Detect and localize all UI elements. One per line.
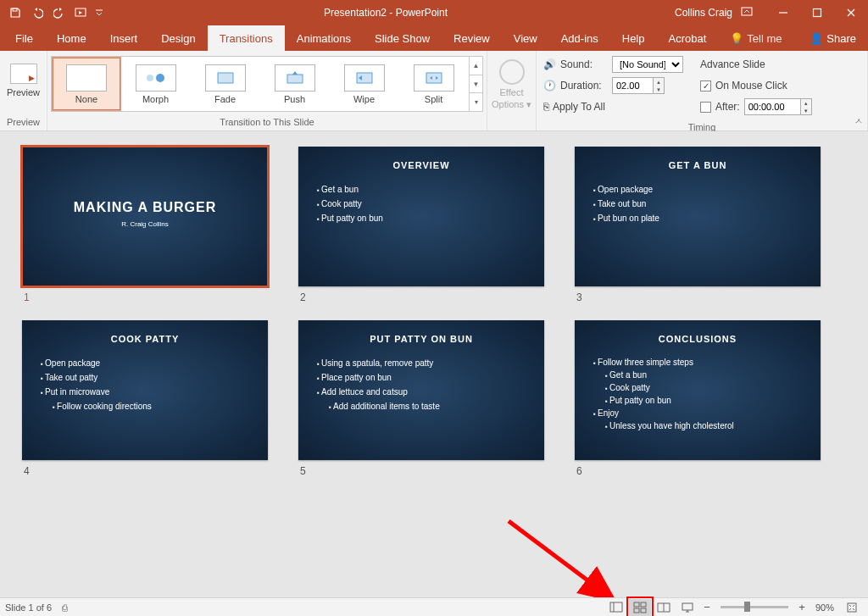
after-checkbox[interactable] [700, 102, 711, 113]
tab-acrobat[interactable]: Acrobat [657, 25, 719, 51]
apply-to-all-button[interactable]: ⎘ Apply To All [543, 98, 683, 115]
transition-fade[interactable]: Fade [191, 57, 260, 111]
transition-none[interactable]: None [52, 57, 121, 111]
svg-rect-13 [634, 602, 639, 607]
zoom-slider[interactable] [721, 606, 788, 608]
zoom-percent[interactable]: 90% [810, 602, 839, 613]
slide-thumbnail-4[interactable]: COOK PATTY Open package Take out patty P… [22, 320, 268, 460]
on-mouse-click-checkbox[interactable]: ✓ [700, 80, 711, 92]
on-mouse-click-label: On Mouse Click [715, 80, 787, 92]
slide-number-6: 6 [575, 460, 821, 477]
fit-to-window-button[interactable] [841, 599, 863, 616]
notes-icon[interactable]: ⎙ [62, 602, 68, 613]
transition-gallery: None Morph Fade Push Wipe [51, 56, 483, 112]
sound-label: Sound: [560, 58, 608, 70]
ribbon-display-options[interactable] [741, 7, 766, 19]
tab-animations[interactable]: Animations [285, 25, 363, 51]
advance-slide-header: Advance Slide [700, 58, 765, 70]
transition-push[interactable]: Push [260, 57, 330, 111]
tab-review[interactable]: Review [442, 25, 502, 51]
user-name[interactable]: Collins Craig [666, 7, 741, 19]
svg-rect-14 [641, 602, 646, 607]
svg-rect-15 [634, 608, 639, 613]
svg-rect-6 [218, 73, 233, 83]
slide-number-2: 2 [298, 286, 544, 303]
after-up[interactable]: ▲ [801, 99, 811, 107]
transition-wipe[interactable]: Wipe [330, 57, 399, 111]
wipe-icon [344, 64, 385, 92]
slide-thumbnail-2[interactable]: OVERVIEW Get a bun Cook patty Put patty … [298, 147, 544, 286]
window-title: Presentation2 - PowerPoint [105, 7, 666, 19]
slide-sorter-view[interactable]: MAKING A BURGER R. Craig Collins 1 OVERV… [0, 131, 868, 597]
duration-input[interactable] [612, 77, 653, 94]
preview-icon [10, 64, 37, 84]
apply-all-icon: ⎘ [543, 101, 549, 113]
duration-up[interactable]: ▲ [654, 78, 664, 86]
start-from-beginning-button[interactable] [71, 3, 92, 23]
save-button[interactable] [5, 3, 25, 23]
svg-rect-19 [682, 603, 693, 610]
redo-button[interactable] [49, 3, 70, 23]
close-button[interactable] [834, 0, 868, 25]
preview-button[interactable]: Preview [3, 54, 43, 107]
slide-sorter-view-button[interactable] [629, 599, 651, 616]
svg-rect-3 [814, 9, 821, 17]
tab-file[interactable]: File [3, 25, 45, 51]
effect-options-button: EffectOptions ▾ [491, 54, 532, 115]
sound-dropdown[interactable]: [No Sound] [612, 56, 683, 73]
gallery-expand[interactable]: ▾ [470, 93, 482, 111]
svg-rect-7 [287, 75, 303, 83]
zoom-out-button[interactable]: − [700, 601, 714, 613]
slide-thumbnail-3[interactable]: GET A BUN Open package Take out bun Put … [575, 147, 821, 286]
minimize-button[interactable] [766, 0, 800, 25]
morph-icon [136, 64, 176, 92]
slide-number-5: 5 [298, 460, 544, 477]
transition-morph[interactable]: Morph [121, 57, 191, 111]
customize-qat-button[interactable] [93, 3, 105, 23]
share-icon: 👤 [810, 32, 823, 45]
lightbulb-icon: 💡 [730, 32, 743, 45]
slideshow-view-button[interactable] [676, 599, 698, 616]
after-label: After: [715, 101, 740, 113]
tab-view[interactable]: View [502, 25, 549, 51]
after-input[interactable] [744, 98, 800, 115]
tab-addins[interactable]: Add-ins [549, 25, 610, 51]
slide-number-1: 1 [22, 286, 268, 303]
effect-options-icon [499, 59, 525, 85]
group-label-preview: Preview [0, 115, 47, 130]
transition-split[interactable]: Split [399, 57, 469, 111]
tab-slideshow[interactable]: Slide Show [363, 25, 442, 51]
normal-view-button[interactable] [605, 599, 627, 616]
collapse-ribbon-button[interactable]: ㅅ [854, 115, 863, 127]
svg-rect-9 [426, 73, 442, 83]
tab-help[interactable]: Help [610, 25, 657, 51]
svg-rect-0 [13, 8, 17, 11]
svg-point-4 [147, 75, 153, 81]
reading-view-button[interactable] [653, 599, 675, 616]
none-icon [66, 64, 107, 92]
slide-thumbnail-6[interactable]: CONCLUSIONS Follow three simple steps Ge… [575, 320, 821, 460]
svg-rect-16 [641, 608, 646, 613]
duration-icon: 🕐 [543, 80, 556, 92]
zoom-in-button[interactable]: + [795, 601, 809, 613]
slide-thumbnail-5[interactable]: PUT PATTY ON BUN Using a spatula, remove… [298, 320, 544, 460]
tab-insert[interactable]: Insert [98, 25, 150, 51]
maximize-button[interactable] [800, 0, 834, 25]
after-down[interactable]: ▼ [801, 107, 811, 114]
tab-design[interactable]: Design [149, 25, 207, 51]
duration-down[interactable]: ▼ [654, 86, 664, 93]
tab-home[interactable]: Home [45, 25, 98, 51]
slide-number-3: 3 [575, 286, 821, 303]
share-button[interactable]: 👤Share [798, 25, 868, 51]
group-label-transition: Transition to This Slide [47, 115, 487, 130]
fade-icon [205, 64, 246, 92]
svg-rect-2 [742, 8, 752, 15]
svg-rect-11 [610, 602, 622, 612]
slide-thumbnail-1[interactable]: MAKING A BURGER R. Craig Collins [22, 147, 268, 286]
slide-counter[interactable]: Slide 1 of 6 [5, 602, 52, 613]
tab-transitions[interactable]: Transitions [208, 25, 285, 51]
gallery-scroll-down[interactable]: ▼ [470, 75, 482, 94]
undo-button[interactable] [27, 3, 47, 23]
gallery-scroll-up[interactable]: ▲ [470, 57, 482, 75]
tell-me-search[interactable]: 💡Tell me [718, 25, 793, 51]
